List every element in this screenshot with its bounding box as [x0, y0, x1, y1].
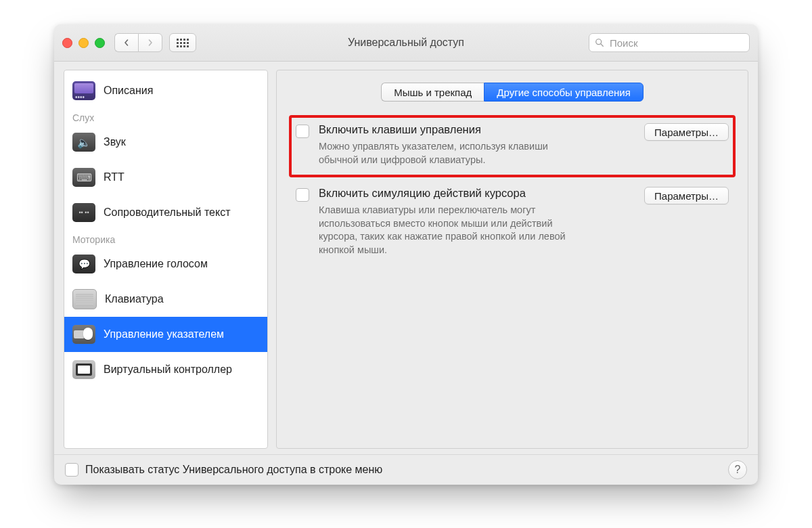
window-controls — [62, 38, 105, 48]
footer-label: Показывать статус Универсального доступа… — [85, 464, 382, 476]
option-title: Включить симуляцию действий курсора — [319, 187, 635, 200]
sidebar-item-label: Управление голосом — [104, 258, 208, 270]
forward-button[interactable] — [138, 33, 162, 52]
sidebar-item-pointer-control[interactable]: Управление указателем — [64, 317, 267, 352]
search-icon — [595, 38, 604, 47]
search-field[interactable] — [589, 33, 750, 52]
sidebar-item-label: Описания — [104, 85, 153, 97]
titlebar: Универсальный доступ — [54, 24, 758, 62]
sidebar-item-label: Виртуальный контроллер — [104, 364, 232, 376]
sidebar-item-label: Клавиатура — [105, 293, 164, 305]
show-all-button[interactable] — [169, 33, 196, 52]
sidebar-item-captions[interactable]: Сопроводительный текст — [64, 195, 267, 230]
sidebar-category-hearing: Слух — [64, 108, 267, 125]
window-body: Описания Слух Звук RTT Сопроводительный … — [54, 62, 758, 454]
minimize-window-button[interactable] — [78, 38, 89, 48]
tab-mouse-trackpad[interactable]: Мышь и трекпад — [381, 83, 484, 102]
sidebar-item-rtt[interactable]: RTT — [64, 160, 267, 195]
preferences-window: Универсальный доступ Описания Слух Звук … — [54, 24, 758, 485]
close-window-button[interactable] — [62, 38, 72, 48]
option-title: Включить клавиши управления — [319, 123, 635, 136]
sidebar-item-sound[interactable]: Звук — [64, 125, 267, 160]
sidebar-item-virtual-controller[interactable]: Виртуальный контроллер — [64, 352, 267, 387]
search-input[interactable] — [608, 37, 744, 49]
sidebar-item-label: Управление указателем — [104, 328, 224, 340]
main-content: Мышь и трекпад Другие способы управления… — [276, 70, 748, 449]
checkbox-mouse-keys[interactable] — [296, 125, 309, 138]
checkbox-show-status[interactable] — [65, 463, 78, 477]
option-mouse-keys: Включить клавиши управления Можно управл… — [290, 116, 734, 176]
option-description: Можно управлять указателем, используя кл… — [319, 140, 583, 167]
pointer-control-icon — [72, 325, 95, 344]
sidebar-item-label: RTT — [104, 171, 125, 183]
svg-line-1 — [601, 44, 603, 46]
sidebar-item-voice-control[interactable]: Управление голосом — [64, 246, 267, 282]
sidebar-item-label: Сопроводительный текст — [104, 206, 231, 219]
sidebar-item-label: Звук — [104, 136, 126, 148]
mouse-keys-options-button[interactable]: Параметры… — [644, 123, 729, 141]
virtual-controller-icon — [72, 360, 95, 379]
grid-icon — [177, 39, 189, 47]
nav-buttons — [114, 33, 162, 52]
option-description: Клавиша клавиатуры или переключатель мог… — [319, 204, 583, 257]
footer: Показывать статус Универсального доступа… — [54, 454, 758, 485]
option-body: Включить симуляцию действий курсора Клав… — [319, 187, 635, 257]
keyboard-icon — [72, 289, 97, 309]
sidebar[interactable]: Описания Слух Звук RTT Сопроводительный … — [64, 70, 268, 449]
maximize-window-button[interactable] — [95, 38, 105, 48]
sidebar-item-descriptions[interactable]: Описания — [64, 73, 267, 108]
sidebar-category-motor: Моторика — [64, 230, 267, 246]
option-body: Включить клавиши управления Можно управл… — [319, 123, 635, 167]
help-button[interactable]: ? — [728, 460, 747, 479]
rtt-icon — [72, 168, 95, 187]
option-cursor-sim: Включить симуляцию действий курсора Клав… — [290, 180, 734, 266]
tab-bar: Мышь и трекпад Другие способы управления — [290, 83, 734, 102]
back-button[interactable] — [114, 33, 138, 52]
tab-alternate-control[interactable]: Другие способы управления — [484, 83, 644, 102]
voice-control-icon — [72, 255, 95, 273]
sound-icon — [72, 133, 95, 152]
captions-icon — [72, 203, 95, 222]
descriptions-icon — [72, 81, 95, 100]
sidebar-item-keyboard[interactable]: Клавиатура — [64, 282, 267, 317]
svg-point-0 — [596, 39, 602, 45]
checkbox-cursor-sim[interactable] — [296, 188, 309, 202]
cursor-sim-options-button[interactable]: Параметры… — [644, 187, 729, 204]
